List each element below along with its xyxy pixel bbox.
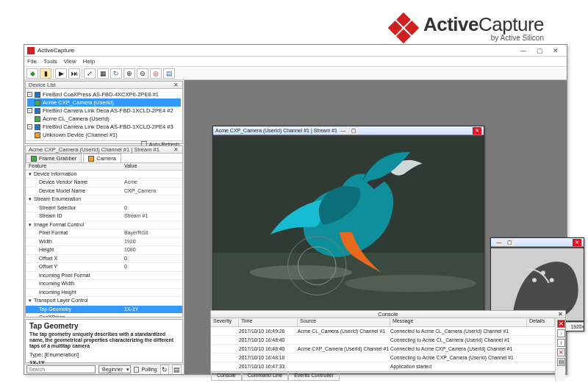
col-details[interactable]: Details bbox=[527, 318, 555, 326]
footer-save[interactable]: ▤ bbox=[172, 365, 182, 375]
footer-bar: Beginner Polling ↻ ▤ bbox=[24, 364, 184, 374]
property-row[interactable]: Height1080 bbox=[26, 246, 182, 255]
properties-list[interactable]: Device InformationDevice Vendor NameAcme… bbox=[26, 171, 182, 317]
property-row[interactable]: Stream Selector0 bbox=[26, 204, 182, 213]
window-close[interactable]: ✕ bbox=[548, 46, 564, 56]
tb-bar[interactable]: ▮ bbox=[40, 68, 51, 79]
tb-fit[interactable]: ⤢ bbox=[84, 68, 96, 79]
property-row[interactable]: Device Vendor NameAcme bbox=[26, 179, 182, 187]
property-row[interactable]: Image Format Control bbox=[26, 221, 182, 230]
console-clear[interactable]: ✕ bbox=[557, 320, 565, 328]
device-tree-item[interactable]: −FireBird CoaXPress AS-FBD-4XCXP6-2PE8 #… bbox=[27, 90, 181, 98]
props-tabs: Frame Grabber Camera bbox=[26, 154, 182, 163]
stream-close[interactable]: ✕ bbox=[473, 127, 481, 134]
console-save[interactable]: ▤ bbox=[557, 358, 565, 366]
menu-tools[interactable]: Tools bbox=[43, 58, 57, 65]
tb-zoom[interactable]: ▦ bbox=[97, 68, 109, 79]
console-tab-events[interactable]: Events Controller bbox=[288, 372, 340, 381]
tab-frame-grabber[interactable]: Frame Grabber bbox=[26, 154, 82, 162]
tb-target[interactable]: ◎ bbox=[150, 68, 162, 79]
property-row[interactable]: Incoming Width bbox=[26, 280, 182, 289]
device-tree-item[interactable]: Acme CXP_Camera (UserId) bbox=[27, 98, 181, 107]
properties-panel: Acme CXP_Camera (UserId) Channel #1 | St… bbox=[25, 146, 183, 318]
menu-file[interactable]: File bbox=[27, 58, 37, 65]
property-row[interactable]: Incoming Height bbox=[26, 289, 182, 298]
console-row[interactable]: 2017/10/10 16:47:33Application started bbox=[211, 362, 555, 371]
console-row[interactable]: 2017/10/10 16:48:18Connecting to Acme CX… bbox=[211, 354, 555, 362]
col-source[interactable]: Source bbox=[298, 318, 390, 326]
console-filter-warn[interactable]: i bbox=[557, 329, 565, 337]
toolbar: ◆ ▮ ▶ ⏭ ⤢ ▦ ↻ ⊕ ⊖ ◎ ▤ bbox=[24, 67, 567, 80]
property-row[interactable]: CoaXPress bbox=[26, 314, 182, 317]
device-tree-item[interactable]: −FireBird Camera Link Deca AS-FBD-1XCLD-… bbox=[27, 123, 181, 131]
stream-titlebar[interactable]: Acme CXP_Camera (UserId) Channel #1 | St… bbox=[213, 126, 484, 135]
console-tab-console[interactable]: Console bbox=[211, 372, 242, 381]
stream-max[interactable]: ▢ bbox=[349, 127, 358, 134]
level-select[interactable]: Beginner bbox=[98, 365, 131, 373]
stream-titlebar[interactable]: — ▢ ✕ bbox=[491, 238, 584, 247]
window-maximize[interactable]: ▢ bbox=[531, 46, 548, 56]
tb-grid[interactable]: ▤ bbox=[163, 68, 175, 79]
console-header: Severity Time Source Message Details bbox=[211, 318, 555, 327]
stream-min[interactable]: — bbox=[339, 127, 348, 134]
panel-close-icon[interactable]: ✕ bbox=[172, 82, 179, 88]
window-title: ActiveCapture bbox=[37, 47, 515, 54]
device-tree[interactable]: −FireBird CoaXPress AS-FBD-4XCXP6-2PE8 #… bbox=[26, 89, 182, 140]
property-row[interactable]: Incoming Pixel Format bbox=[26, 272, 182, 281]
tb-sep2 bbox=[82, 68, 82, 79]
stream-canvas[interactable] bbox=[213, 135, 484, 315]
device-tree-item[interactable]: −FireBird Camera Link Deca AS-FBD-1XCLD-… bbox=[27, 107, 181, 115]
stream-title: Acme CXP_Camera (UserId) Channel #1 | St… bbox=[215, 128, 337, 133]
col-message[interactable]: Message bbox=[390, 318, 527, 326]
stream-min[interactable]: — bbox=[495, 239, 503, 246]
brand-logo: ActiveCapture by Active Silicon bbox=[392, 13, 544, 42]
col-time[interactable]: Time bbox=[239, 318, 298, 326]
menu-help[interactable]: Help bbox=[83, 58, 95, 65]
left-column: Device List✕ −FireBird CoaXPress AS-FBD-… bbox=[24, 80, 184, 374]
tab-color-icon bbox=[88, 156, 94, 162]
footer-refresh[interactable]: ↻ bbox=[160, 365, 170, 375]
property-row[interactable]: Transport Layer Control bbox=[26, 297, 182, 306]
window-minimize[interactable]: — bbox=[515, 46, 531, 56]
stream-window-1[interactable]: Acme CXP_Camera (UserId) Channel #1 | St… bbox=[212, 126, 484, 331]
tb-skip[interactable]: ⏭ bbox=[68, 68, 80, 79]
property-row[interactable]: Stream IDStream #1 bbox=[26, 212, 182, 221]
console-rows[interactable]: 2017/10/10 16:49:26Acme CL_Camera (UserI… bbox=[211, 327, 555, 371]
app-icon bbox=[27, 47, 35, 54]
property-row[interactable]: Device Model NameCXP_Camera bbox=[26, 187, 182, 196]
tb-zoom-in[interactable]: ⊕ bbox=[123, 68, 135, 79]
stream-close[interactable]: ✕ bbox=[573, 239, 581, 246]
console-row[interactable]: 2017/10/10 16:49:26Acme CL_Camera (UserI… bbox=[211, 327, 555, 336]
panel-close-icon[interactable]: ✕ bbox=[558, 311, 563, 318]
property-row[interactable]: Offset X0 bbox=[26, 255, 182, 264]
property-row[interactable]: Pixel FormatBayerRG8 bbox=[26, 229, 182, 238]
property-row[interactable]: Device Information bbox=[26, 171, 182, 179]
console-row[interactable]: 2017/10/10 16:48:40Acme CXP_Camera (User… bbox=[211, 345, 555, 354]
console-panel: Console✕ Severity Time Source Message De… bbox=[210, 310, 566, 373]
svg-point-9 bbox=[532, 278, 537, 282]
device-tree-item[interactable]: Acme CL_Camera (UserId) bbox=[27, 115, 181, 123]
property-row[interactable]: Width1920 bbox=[26, 238, 182, 247]
polling-checkbox[interactable] bbox=[134, 367, 139, 373]
device-tree-item[interactable]: Unknown Device (Channel #1) bbox=[27, 131, 181, 139]
menu-view[interactable]: View bbox=[64, 58, 76, 65]
tb-zoom-out[interactable]: ⊖ bbox=[137, 68, 148, 79]
tb-play[interactable]: ▶ bbox=[55, 68, 67, 79]
console-tab-cmd[interactable]: Command Line bbox=[242, 372, 288, 381]
property-row[interactable]: Tap Geometry1X-1Y bbox=[26, 306, 182, 315]
tb-connect[interactable]: ◆ bbox=[26, 68, 38, 79]
property-row[interactable]: Offset Y0 bbox=[26, 263, 182, 272]
stream-max[interactable]: ▢ bbox=[505, 239, 514, 246]
panel-close-icon[interactable]: ✕ bbox=[172, 146, 179, 153]
col-severity[interactable]: Severity bbox=[211, 318, 239, 326]
console-filter-info[interactable]: i bbox=[557, 339, 565, 347]
tab-camera[interactable]: Camera bbox=[83, 154, 121, 162]
console-actions: ✕ i i ✕ ▤ bbox=[555, 318, 565, 381]
console-filter-err[interactable]: ✕ bbox=[557, 348, 565, 356]
help-type-value: [Enumeration] bbox=[44, 351, 79, 358]
tb-refresh[interactable]: ↻ bbox=[110, 68, 122, 79]
col-feature: Feature bbox=[26, 163, 121, 170]
console-row[interactable]: 2017/10/10 16:48:40Connecting to Acme CL… bbox=[211, 336, 555, 345]
search-input[interactable] bbox=[26, 365, 96, 373]
property-row[interactable]: Stream Enumeration bbox=[26, 196, 182, 204]
